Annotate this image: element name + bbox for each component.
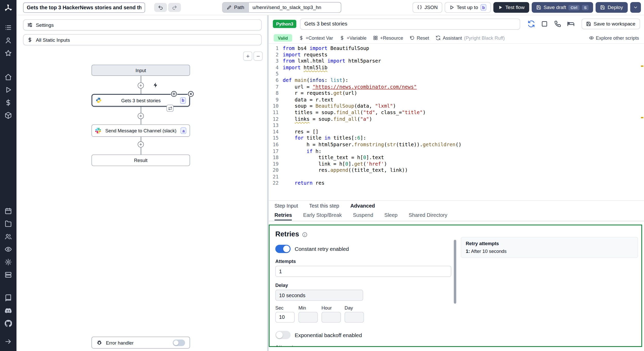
info-icon[interactable]: [302, 232, 307, 237]
code-line-20[interactable]: 20 res.append((title_text, link)): [269, 167, 644, 174]
code-line-3[interactable]: 3from lxml.html import html5parser: [269, 58, 644, 65]
chevron-down-icon: [633, 5, 638, 10]
json-button[interactable]: JSON: [412, 2, 442, 13]
code-line-9[interactable]: 9 data = r.text: [269, 97, 644, 103]
subtab-early-stop[interactable]: Early Stop/Break: [303, 212, 342, 220]
add-step-button[interactable]: [138, 141, 144, 148]
zoom-out-button[interactable]: [253, 52, 262, 61]
refresh-button[interactable]: [527, 20, 535, 28]
save-draft-button[interactable]: Save draft Ctrl S: [532, 2, 593, 13]
path-input[interactable]: [249, 2, 341, 13]
sec-input[interactable]: [275, 312, 295, 323]
code-line-18[interactable]: 18 title_text = h[0].text: [269, 155, 644, 161]
code-line-17[interactable]: 17 if h:: [269, 148, 644, 155]
deploy-more-button[interactable]: [630, 2, 641, 13]
attempts-input[interactable]: [275, 266, 451, 277]
test-up-to-button[interactable]: Test up to b: [445, 2, 491, 13]
code-line-19[interactable]: 19 link = h[0].get('href'): [269, 161, 644, 167]
app-sidebar: [0, 0, 16, 351]
sidebar-gear-icon[interactable]: [5, 258, 12, 266]
code-line-8[interactable]: 8 r = requests.get(url): [269, 90, 644, 97]
trigger-bolt-icon[interactable]: [152, 82, 159, 88]
tab-test-this-step[interactable]: Test this step: [309, 203, 339, 209]
reset-button[interactable]: Reset: [410, 36, 429, 40]
code-line-4[interactable]: 4import html5lib: [269, 65, 644, 71]
code-line-12[interactable]: 12 links = soup.find_all("a"): [269, 116, 644, 122]
day-input[interactable]: [345, 312, 364, 323]
sidebar-discord-icon[interactable]: [5, 307, 12, 314]
flow-settings-button[interactable]: Settings: [23, 19, 262, 30]
explore-other-scripts-button[interactable]: Explore other scripts: [589, 36, 639, 40]
subtab-shared-directory[interactable]: Shared Directory: [409, 212, 447, 220]
deploy-button[interactable]: Deploy: [596, 2, 628, 13]
code-line-15[interactable]: 15 for title in titles[:6]:: [269, 135, 644, 142]
add-step-button[interactable]: [138, 113, 144, 119]
code-line-21[interactable]: 21: [269, 174, 644, 180]
expand-button[interactable]: [540, 20, 548, 28]
sleep-button[interactable]: [567, 20, 575, 28]
delay-input[interactable]: [275, 290, 363, 301]
flow-node-step-b[interactable]: Gets 3 best stories b: [91, 94, 190, 107]
retries-scrollbar[interactable]: [454, 240, 456, 304]
phone-button[interactable]: [554, 20, 561, 28]
undo-button[interactable]: [154, 3, 167, 12]
sidebar-list-icon[interactable]: [5, 24, 12, 31]
sidebar-server-icon[interactable]: [5, 271, 12, 279]
tab-advanced[interactable]: Advanced: [350, 203, 375, 209]
hour-input[interactable]: [321, 312, 341, 323]
sidebar-dollar-icon[interactable]: [5, 99, 12, 106]
path-button[interactable]: Path: [222, 2, 249, 13]
assistant-button[interactable]: Assistant (Pyright Black Ruff): [436, 36, 505, 40]
sidebar-expand-button[interactable]: [5, 338, 12, 345]
code-line-2[interactable]: 2import requests: [269, 52, 644, 58]
move-step-button[interactable]: [171, 91, 177, 97]
all-static-inputs-button[interactable]: All Static Inputs: [23, 34, 262, 45]
add-context-var-button[interactable]: +Context Var: [299, 36, 333, 40]
code-line-5[interactable]: 5: [269, 71, 644, 78]
sidebar-folder-icon[interactable]: [5, 220, 12, 227]
code-line-22[interactable]: 22 return res: [269, 180, 644, 187]
add-resource-button[interactable]: +Resource: [373, 36, 403, 40]
script-name-input[interactable]: [300, 18, 520, 29]
remove-step-button[interactable]: [188, 91, 194, 97]
code-line-14[interactable]: 14 res = []: [269, 129, 644, 135]
sidebar-play-icon[interactable]: [5, 86, 12, 93]
error-handler-toggle[interactable]: [173, 339, 185, 346]
subtab-sleep[interactable]: Sleep: [384, 212, 397, 220]
code-line-1[interactable]: 1from bs4 import BeautifulSoup: [269, 45, 644, 52]
redo-button[interactable]: [168, 3, 181, 12]
sidebar-home-icon[interactable]: [5, 73, 12, 81]
sidebar-users-icon[interactable]: [5, 233, 12, 240]
test-flow-button[interactable]: Test flow: [493, 2, 529, 13]
code-line-13[interactable]: 13: [269, 122, 644, 129]
sidebar-resources-icon[interactable]: [5, 112, 12, 119]
add-step-button[interactable]: [138, 82, 144, 89]
flow-node-error-handler[interactable]: Error handler: [91, 337, 190, 348]
sidebar-user-icon[interactable]: [5, 37, 12, 44]
sidebar-calendar-icon[interactable]: [5, 207, 12, 215]
sidebar-github-icon[interactable]: [5, 320, 12, 327]
constant-retry-toggle[interactable]: [275, 245, 291, 253]
sidebar-book-icon[interactable]: [5, 294, 12, 302]
tab-step-input[interactable]: Step Input: [275, 203, 298, 209]
exponential-backoff-toggle[interactable]: [275, 331, 291, 339]
code-editor[interactable]: 1from bs4 import BeautifulSoup2import re…: [269, 43, 644, 201]
code-line-6[interactable]: 6def main(infos: list):: [269, 78, 644, 84]
flow-node-step-a[interactable]: Send Message to Channel (slack) a: [91, 124, 190, 137]
flow-node-input[interactable]: Input: [91, 65, 190, 76]
save-to-workspace-button[interactable]: Save to workspace: [582, 19, 640, 29]
code-line-16[interactable]: 16 h = html5parser.fromstring(str(title)…: [269, 142, 644, 148]
sidebar-star-icon[interactable]: [5, 49, 12, 57]
min-input[interactable]: [298, 312, 318, 323]
add-variable-button[interactable]: +Variable: [340, 36, 367, 40]
zoom-in-button[interactable]: [243, 52, 252, 61]
subtab-suspend[interactable]: Suspend: [353, 212, 373, 220]
flow-node-result[interactable]: Result: [91, 155, 190, 166]
code-line-10[interactable]: 10 soup = BeautifulSoup(data, "lxml"): [269, 103, 644, 110]
flow-title-input[interactable]: [23, 2, 145, 13]
code-line-11[interactable]: 11 titles = soup.find_all("td", class_="…: [269, 110, 644, 116]
sidebar-eye-icon[interactable]: [5, 246, 12, 253]
subtab-retries[interactable]: Retries: [275, 212, 292, 220]
windmill-logo[interactable]: [4, 4, 13, 13]
code-line-7[interactable]: 7 url = "https://news.ycombinator.com/ne…: [269, 84, 644, 90]
